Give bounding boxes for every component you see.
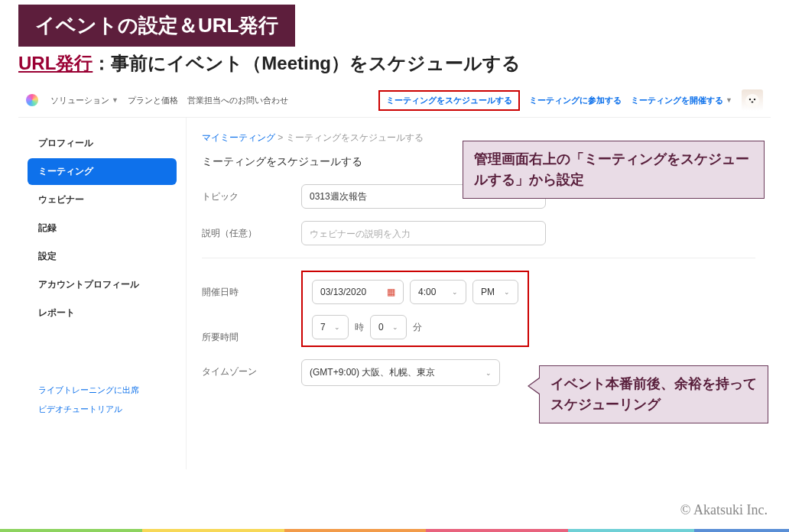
timezone-select[interactable]: (GMT+9:00) 大阪、札幌、東京 ⌄ bbox=[301, 359, 500, 386]
color-strip bbox=[0, 529, 789, 532]
sidebar-item-reports[interactable]: レポート bbox=[28, 300, 177, 326]
nav-host-meeting[interactable]: ミーティングを開催する ▼ bbox=[631, 95, 732, 106]
nav-solutions[interactable]: ソリューション ▼ bbox=[50, 95, 119, 106]
sidebar-item-account-profile[interactable]: アカウントプロフィール bbox=[28, 271, 177, 298]
breadcrumb-parent[interactable]: マイミーティング bbox=[202, 132, 275, 143]
duration-minutes-select[interactable]: 0 ⌄ bbox=[370, 315, 407, 339]
ampm-value: PM bbox=[481, 287, 495, 297]
label-timezone: タイムゾーン bbox=[202, 359, 301, 378]
description-textarea[interactable]: ウェビナーの説明を入力 bbox=[301, 221, 546, 245]
svg-point-2 bbox=[754, 99, 755, 100]
sidebar-item-recordings[interactable]: 記録 bbox=[28, 215, 177, 242]
row-description: 説明（任意） ウェビナーの説明を入力 bbox=[202, 221, 755, 245]
nav-schedule-meeting[interactable]: ミーティングをスケジュールする bbox=[378, 90, 520, 111]
nav-solutions-label: ソリューション bbox=[50, 95, 109, 106]
avatar-image-icon bbox=[743, 91, 761, 109]
row-datetime: 開催日時 所要時間 03/13/2020 ▦ 4:00 ⌄ bbox=[202, 271, 755, 347]
label-topic: トピック bbox=[202, 184, 301, 203]
sublink-live-training[interactable]: ライブトレーニングに出席 bbox=[38, 384, 166, 396]
chevron-down-icon: ⌄ bbox=[504, 288, 510, 296]
sidebar-item-meetings[interactable]: ミーティング bbox=[28, 158, 177, 185]
label-duration: 所要時間 bbox=[202, 325, 301, 344]
callout-top-right: 管理画面右上の「ミーティングをスケジュールする」から設定 bbox=[463, 141, 765, 199]
nav-host-label: ミーティングを開催する bbox=[631, 95, 723, 106]
sidebar-item-webinars[interactable]: ウェビナー bbox=[28, 187, 177, 213]
time-select[interactable]: 4:00 ⌄ bbox=[410, 280, 466, 304]
divider bbox=[202, 258, 755, 258]
date-picker[interactable]: 03/13/2020 ▦ bbox=[312, 280, 404, 304]
chevron-down-icon: ⌄ bbox=[334, 323, 340, 331]
chevron-down-icon: ▼ bbox=[726, 96, 732, 104]
label-datetime: 開催日時 bbox=[202, 271, 301, 299]
nav-join-label: ミーティングに参加する bbox=[529, 95, 622, 106]
timezone-value: (GMT+9:00) 大阪、札幌、東京 bbox=[310, 366, 435, 379]
svg-point-1 bbox=[749, 99, 751, 100]
nav-plans-label: プランと価格 bbox=[128, 95, 178, 106]
svg-point-3 bbox=[752, 102, 754, 103]
sidebar: プロフィール ミーティング ウェビナー 記録 設定 アカウントプロフィール レポ… bbox=[18, 118, 187, 469]
duration-hours-value: 7 bbox=[320, 322, 326, 332]
nav-contact-sales[interactable]: 営業担当へのお問い合わせ bbox=[187, 95, 288, 106]
slide-subtitle: URL発行：事前にイベント（Meeting）をスケジュールする bbox=[18, 51, 789, 76]
chevron-down-icon: ⌄ bbox=[392, 323, 398, 331]
duration-hours-select[interactable]: 7 ⌄ bbox=[312, 315, 349, 339]
logo-icon[interactable] bbox=[26, 94, 38, 106]
chevron-down-icon: ⌄ bbox=[452, 288, 458, 296]
nav-schedule-label: ミーティングをスケジュールする bbox=[386, 95, 512, 106]
date-value: 03/13/2020 bbox=[320, 287, 366, 297]
label-description: 説明（任意） bbox=[202, 221, 301, 240]
sidebar-sublinks: ライブトレーニングに出席 ビデオチュートリアル bbox=[28, 384, 177, 415]
footer-copyright: © Akatsuki Inc. bbox=[680, 502, 768, 518]
ampm-select[interactable]: PM ⌄ bbox=[472, 280, 518, 304]
subtitle-underlined: URL発行 bbox=[18, 53, 93, 73]
callout-schedule-buffer: イベント本番前後、余裕を持ってスケジューリング bbox=[539, 365, 768, 423]
chevron-down-icon: ▼ bbox=[112, 96, 119, 104]
datetime-box: 03/13/2020 ▦ 4:00 ⌄ PM ⌄ bbox=[301, 271, 529, 347]
sublink-video-tutorials[interactable]: ビデオチュートリアル bbox=[38, 404, 166, 415]
nav-plans[interactable]: プランと価格 bbox=[128, 95, 178, 106]
hours-unit: 時 bbox=[355, 321, 364, 334]
sidebar-item-settings[interactable]: 設定 bbox=[28, 243, 177, 270]
top-nav: ソリューション ▼ プランと価格 営業担当へのお問い合わせ ミーティングをスケジ… bbox=[18, 83, 771, 118]
nav-contact-label: 営業担当へのお問い合わせ bbox=[187, 95, 288, 106]
subtitle-rest: ：事前にイベント（Meeting）をスケジュールする bbox=[93, 53, 521, 73]
nav-join-meeting[interactable]: ミーティングに参加する bbox=[529, 95, 622, 106]
slide-title: イベントの設定＆URL発行 bbox=[18, 5, 295, 47]
callout-2-text: イベント本番前後、余裕を持ってスケジューリング bbox=[550, 376, 757, 412]
sidebar-item-profile[interactable]: プロフィール bbox=[28, 130, 177, 157]
minutes-unit: 分 bbox=[413, 321, 422, 334]
avatar[interactable] bbox=[742, 89, 763, 111]
time-value: 4:00 bbox=[418, 287, 436, 297]
duration-minutes-value: 0 bbox=[378, 322, 384, 332]
callout-pointer bbox=[529, 378, 540, 394]
calendar-icon: ▦ bbox=[387, 287, 395, 297]
breadcrumb-current: ミーティングをスケジュールする bbox=[286, 132, 424, 143]
breadcrumb-sep: > bbox=[278, 132, 283, 143]
chevron-down-icon: ⌄ bbox=[485, 369, 492, 377]
